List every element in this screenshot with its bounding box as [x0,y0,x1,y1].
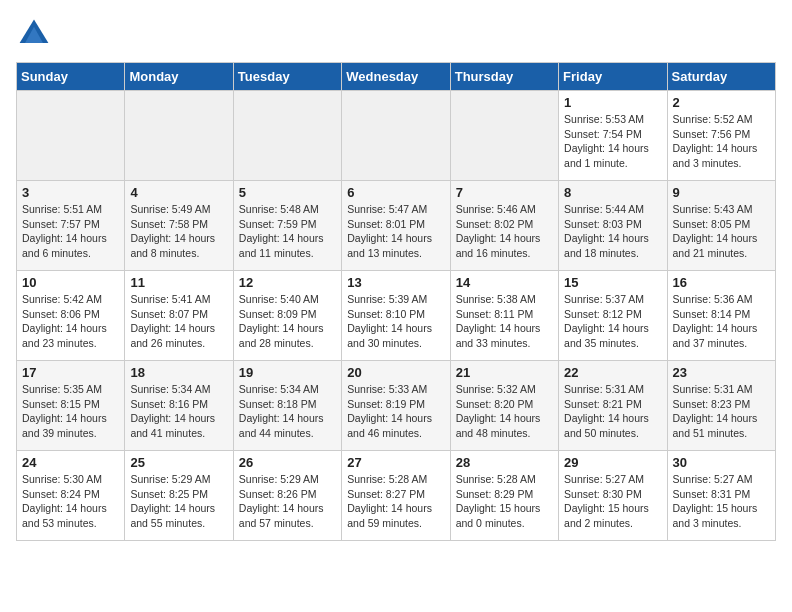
day-number: 3 [22,185,119,200]
day-number: 13 [347,275,444,290]
day-number: 25 [130,455,227,470]
day-info: Sunrise: 5:46 AM Sunset: 8:02 PM Dayligh… [456,202,553,261]
day-info: Sunrise: 5:42 AM Sunset: 8:06 PM Dayligh… [22,292,119,351]
day-info: Sunrise: 5:48 AM Sunset: 7:59 PM Dayligh… [239,202,336,261]
day-info: Sunrise: 5:39 AM Sunset: 8:10 PM Dayligh… [347,292,444,351]
day-number: 27 [347,455,444,470]
day-info: Sunrise: 5:37 AM Sunset: 8:12 PM Dayligh… [564,292,661,351]
week-row-3: 10Sunrise: 5:42 AM Sunset: 8:06 PM Dayli… [17,271,776,361]
calendar-cell: 9Sunrise: 5:43 AM Sunset: 8:05 PM Daylig… [667,181,775,271]
weekday-header-thursday: Thursday [450,63,558,91]
day-number: 1 [564,95,661,110]
day-info: Sunrise: 5:52 AM Sunset: 7:56 PM Dayligh… [673,112,770,171]
day-info: Sunrise: 5:41 AM Sunset: 8:07 PM Dayligh… [130,292,227,351]
calendar-cell: 17Sunrise: 5:35 AM Sunset: 8:15 PM Dayli… [17,361,125,451]
day-number: 7 [456,185,553,200]
day-number: 6 [347,185,444,200]
logo-icon [16,16,52,52]
week-row-2: 3Sunrise: 5:51 AM Sunset: 7:57 PM Daylig… [17,181,776,271]
calendar-cell: 4Sunrise: 5:49 AM Sunset: 7:58 PM Daylig… [125,181,233,271]
day-info: Sunrise: 5:33 AM Sunset: 8:19 PM Dayligh… [347,382,444,441]
weekday-header-friday: Friday [559,63,667,91]
day-number: 18 [130,365,227,380]
calendar-cell: 12Sunrise: 5:40 AM Sunset: 8:09 PM Dayli… [233,271,341,361]
week-row-5: 24Sunrise: 5:30 AM Sunset: 8:24 PM Dayli… [17,451,776,541]
day-number: 10 [22,275,119,290]
day-number: 4 [130,185,227,200]
calendar-cell [125,91,233,181]
day-number: 21 [456,365,553,380]
day-info: Sunrise: 5:44 AM Sunset: 8:03 PM Dayligh… [564,202,661,261]
day-info: Sunrise: 5:47 AM Sunset: 8:01 PM Dayligh… [347,202,444,261]
day-number: 14 [456,275,553,290]
calendar-cell: 27Sunrise: 5:28 AM Sunset: 8:27 PM Dayli… [342,451,450,541]
header [16,16,776,52]
day-info: Sunrise: 5:28 AM Sunset: 8:29 PM Dayligh… [456,472,553,531]
day-info: Sunrise: 5:31 AM Sunset: 8:21 PM Dayligh… [564,382,661,441]
day-number: 19 [239,365,336,380]
calendar-cell: 22Sunrise: 5:31 AM Sunset: 8:21 PM Dayli… [559,361,667,451]
day-info: Sunrise: 5:40 AM Sunset: 8:09 PM Dayligh… [239,292,336,351]
calendar-cell [342,91,450,181]
calendar-cell [233,91,341,181]
calendar-cell: 2Sunrise: 5:52 AM Sunset: 7:56 PM Daylig… [667,91,775,181]
calendar-cell: 6Sunrise: 5:47 AM Sunset: 8:01 PM Daylig… [342,181,450,271]
calendar-cell [17,91,125,181]
calendar-cell: 1Sunrise: 5:53 AM Sunset: 7:54 PM Daylig… [559,91,667,181]
day-number: 8 [564,185,661,200]
calendar-cell: 11Sunrise: 5:41 AM Sunset: 8:07 PM Dayli… [125,271,233,361]
day-info: Sunrise: 5:38 AM Sunset: 8:11 PM Dayligh… [456,292,553,351]
day-number: 30 [673,455,770,470]
calendar-cell: 25Sunrise: 5:29 AM Sunset: 8:25 PM Dayli… [125,451,233,541]
day-info: Sunrise: 5:36 AM Sunset: 8:14 PM Dayligh… [673,292,770,351]
calendar-table: SundayMondayTuesdayWednesdayThursdayFrid… [16,62,776,541]
day-number: 22 [564,365,661,380]
calendar-cell: 8Sunrise: 5:44 AM Sunset: 8:03 PM Daylig… [559,181,667,271]
day-info: Sunrise: 5:27 AM Sunset: 8:31 PM Dayligh… [673,472,770,531]
day-number: 20 [347,365,444,380]
day-info: Sunrise: 5:27 AM Sunset: 8:30 PM Dayligh… [564,472,661,531]
day-info: Sunrise: 5:53 AM Sunset: 7:54 PM Dayligh… [564,112,661,171]
day-info: Sunrise: 5:31 AM Sunset: 8:23 PM Dayligh… [673,382,770,441]
day-info: Sunrise: 5:29 AM Sunset: 8:25 PM Dayligh… [130,472,227,531]
day-number: 24 [22,455,119,470]
calendar-cell: 15Sunrise: 5:37 AM Sunset: 8:12 PM Dayli… [559,271,667,361]
calendar-cell: 18Sunrise: 5:34 AM Sunset: 8:16 PM Dayli… [125,361,233,451]
week-row-1: 1Sunrise: 5:53 AM Sunset: 7:54 PM Daylig… [17,91,776,181]
weekday-header-sunday: Sunday [17,63,125,91]
day-number: 17 [22,365,119,380]
day-number: 5 [239,185,336,200]
calendar-cell: 5Sunrise: 5:48 AM Sunset: 7:59 PM Daylig… [233,181,341,271]
day-info: Sunrise: 5:49 AM Sunset: 7:58 PM Dayligh… [130,202,227,261]
day-number: 12 [239,275,336,290]
day-number: 15 [564,275,661,290]
day-number: 28 [456,455,553,470]
weekday-header-monday: Monday [125,63,233,91]
calendar-cell: 26Sunrise: 5:29 AM Sunset: 8:26 PM Dayli… [233,451,341,541]
weekday-header-saturday: Saturday [667,63,775,91]
day-number: 2 [673,95,770,110]
day-info: Sunrise: 5:34 AM Sunset: 8:18 PM Dayligh… [239,382,336,441]
week-row-4: 17Sunrise: 5:35 AM Sunset: 8:15 PM Dayli… [17,361,776,451]
calendar-cell: 21Sunrise: 5:32 AM Sunset: 8:20 PM Dayli… [450,361,558,451]
day-info: Sunrise: 5:32 AM Sunset: 8:20 PM Dayligh… [456,382,553,441]
day-number: 16 [673,275,770,290]
day-number: 23 [673,365,770,380]
calendar-cell: 30Sunrise: 5:27 AM Sunset: 8:31 PM Dayli… [667,451,775,541]
calendar-cell: 3Sunrise: 5:51 AM Sunset: 7:57 PM Daylig… [17,181,125,271]
calendar-cell: 24Sunrise: 5:30 AM Sunset: 8:24 PM Dayli… [17,451,125,541]
day-number: 11 [130,275,227,290]
day-info: Sunrise: 5:29 AM Sunset: 8:26 PM Dayligh… [239,472,336,531]
day-number: 29 [564,455,661,470]
calendar-cell: 23Sunrise: 5:31 AM Sunset: 8:23 PM Dayli… [667,361,775,451]
weekday-header-tuesday: Tuesday [233,63,341,91]
calendar-cell: 28Sunrise: 5:28 AM Sunset: 8:29 PM Dayli… [450,451,558,541]
calendar-cell: 10Sunrise: 5:42 AM Sunset: 8:06 PM Dayli… [17,271,125,361]
day-info: Sunrise: 5:43 AM Sunset: 8:05 PM Dayligh… [673,202,770,261]
calendar-cell: 29Sunrise: 5:27 AM Sunset: 8:30 PM Dayli… [559,451,667,541]
day-info: Sunrise: 5:30 AM Sunset: 8:24 PM Dayligh… [22,472,119,531]
calendar-cell: 20Sunrise: 5:33 AM Sunset: 8:19 PM Dayli… [342,361,450,451]
calendar-cell: 16Sunrise: 5:36 AM Sunset: 8:14 PM Dayli… [667,271,775,361]
day-info: Sunrise: 5:28 AM Sunset: 8:27 PM Dayligh… [347,472,444,531]
calendar-cell: 13Sunrise: 5:39 AM Sunset: 8:10 PM Dayli… [342,271,450,361]
